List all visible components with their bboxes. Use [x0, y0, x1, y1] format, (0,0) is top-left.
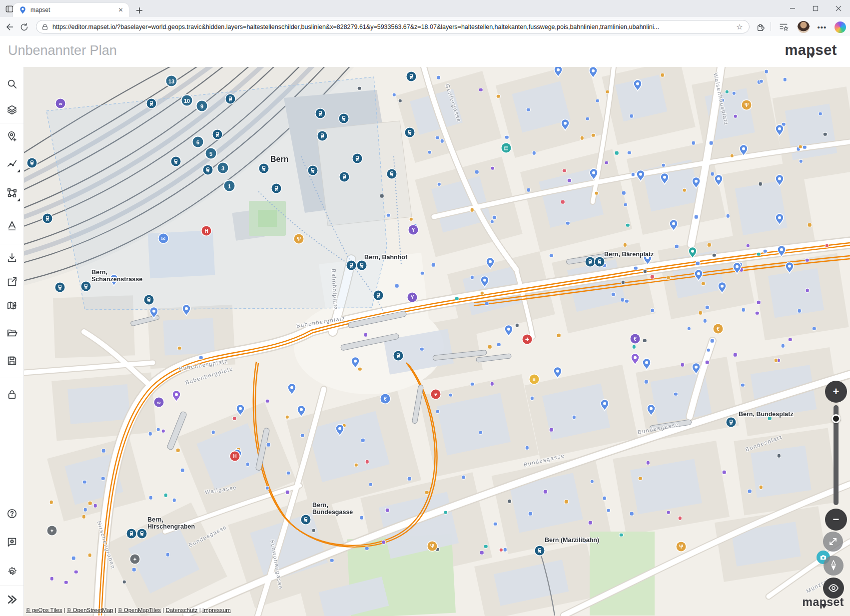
poi-pin[interactable]	[632, 79, 643, 92]
poi-pin[interactable]	[552, 366, 563, 379]
new-tab-button[interactable]	[134, 5, 145, 16]
transit-stop-icon[interactable]	[727, 418, 736, 427]
transit-stop-icon[interactable]	[407, 72, 416, 81]
transit-stop-icon[interactable]	[213, 130, 222, 139]
draw-line-tool-button[interactable]	[0, 153, 23, 175]
back-button[interactable]	[3, 21, 15, 33]
poi-badge[interactable]: Ψ	[294, 234, 304, 244]
layers-tool-button[interactable]	[0, 99, 23, 121]
poi-pin[interactable]	[691, 176, 702, 189]
poi-badge[interactable]: €	[714, 324, 723, 334]
poi-pin[interactable]	[717, 281, 728, 294]
attribution-link-openmaptiles[interactable]: © OpenMapTiles	[118, 607, 161, 613]
poi-pin[interactable]	[334, 424, 345, 437]
transit-stop-icon[interactable]	[340, 172, 349, 182]
station-label[interactable]: Bern, Bundesplatz	[739, 411, 794, 418]
poi-pin[interactable]	[774, 124, 785, 137]
station-label[interactable]: Bern (Marzilibahn)	[545, 537, 599, 544]
poi-pin[interactable]	[732, 262, 743, 275]
maximize-button[interactable]	[804, 0, 827, 17]
transit-stop-icon[interactable]	[353, 154, 362, 163]
poi-badge[interactable]: Ψ	[742, 100, 752, 110]
transit-stop-icon[interactable]	[259, 164, 269, 173]
poi-pin[interactable]	[668, 219, 679, 232]
attribution-link-osm[interactable]: © OpenStreetMap	[67, 607, 113, 613]
fit-extent-button[interactable]	[823, 532, 843, 552]
transit-stop-icon[interactable]	[394, 351, 403, 361]
poi-badge[interactable]: Ψ	[677, 542, 686, 552]
zoom-slider-knob[interactable]	[832, 414, 841, 423]
poi-pin[interactable]	[560, 118, 571, 131]
poi-pin[interactable]	[235, 404, 246, 417]
poi-pin[interactable]	[776, 245, 787, 258]
poi-pin[interactable]	[485, 257, 496, 270]
transit-stop-icon[interactable]	[357, 261, 367, 270]
minimize-button[interactable]	[781, 0, 804, 17]
poi-pin[interactable]	[713, 174, 724, 187]
transit-stop-icon[interactable]	[301, 515, 311, 525]
poi-pin[interactable]	[503, 324, 514, 337]
compass-button[interactable]	[824, 556, 844, 576]
stop-number-badge[interactable]: 3	[218, 163, 228, 173]
search-tool-button[interactable]	[0, 73, 23, 95]
poi-pin[interactable]	[350, 356, 361, 369]
plan-title-input[interactable]: Unbenannter Plan	[8, 43, 117, 58]
transit-stop-icon[interactable]	[339, 114, 349, 123]
download-button[interactable]	[0, 247, 23, 269]
poi-badge[interactable]: Y	[408, 293, 417, 302]
station-label[interactable]: Bern, Bärenplatz	[604, 251, 654, 258]
poi-badge[interactable]: H	[230, 452, 240, 461]
stop-number-badge[interactable]: 10	[182, 95, 192, 106]
zoom-in-button[interactable]: +	[825, 381, 847, 403]
poi-pin[interactable]	[738, 144, 749, 157]
transit-stop-icon[interactable]	[405, 128, 415, 137]
stop-number-badge[interactable]: 13	[166, 76, 177, 86]
share-export-button[interactable]	[0, 271, 23, 293]
transit-stop-icon[interactable]	[147, 99, 156, 108]
poi-pin[interactable]	[630, 353, 641, 366]
transit-stop-icon[interactable]	[586, 257, 595, 267]
add-text-tool-button[interactable]	[0, 215, 23, 237]
favorites-bar-icon[interactable]	[778, 21, 790, 33]
poi-badge[interactable]: ♥	[431, 390, 441, 399]
poi-badge[interactable]: €	[381, 394, 390, 404]
settings-button[interactable]	[0, 561, 23, 583]
stop-number-badge[interactable]: 6	[193, 137, 203, 147]
transit-stop-icon[interactable]	[272, 184, 281, 193]
new-plan-map-button[interactable]	[0, 295, 23, 317]
transit-stop-icon[interactable]	[347, 261, 356, 270]
attribution-link-geops[interactable]: © geOps Tiles	[26, 607, 62, 613]
zoom-out-button[interactable]: −	[825, 509, 847, 531]
lock-button[interactable]	[0, 384, 23, 406]
poi-pin[interactable]	[646, 404, 657, 417]
poi-pin[interactable]	[148, 306, 159, 319]
poi-pin[interactable]	[181, 304, 192, 317]
transit-stop-icon[interactable]	[171, 157, 181, 166]
poi-pin[interactable]	[784, 261, 795, 274]
transit-stop-icon[interactable]	[316, 109, 325, 118]
zoom-slider[interactable]	[834, 405, 839, 505]
transit-stop-icon[interactable]	[226, 94, 235, 104]
refresh-button[interactable]	[18, 21, 30, 33]
stop-number-badge[interactable]: 9	[197, 101, 207, 111]
add-pin-tool-button[interactable]	[0, 125, 23, 147]
transit-stop-icon[interactable]	[55, 283, 65, 292]
transit-stop-icon[interactable]	[144, 295, 154, 305]
transit-stop-icon[interactable]	[387, 169, 397, 179]
poi-pin[interactable]	[641, 358, 652, 371]
feedback-bug-button[interactable]	[0, 531, 23, 553]
close-button[interactable]	[827, 0, 850, 17]
poi-pin[interactable]	[774, 174, 785, 187]
poi-badge[interactable]: Y	[409, 225, 418, 235]
poi-badge[interactable]: ✦	[47, 526, 57, 536]
extensions-icon[interactable]	[755, 21, 767, 33]
poi-badge[interactable]: H	[202, 226, 211, 236]
poi-badge[interactable]: ▤	[502, 143, 511, 153]
poi-pin[interactable]	[171, 390, 182, 403]
stop-number-badge[interactable]: 5	[206, 148, 216, 159]
station-label[interactable]: Bern,Bundesgasse	[312, 502, 353, 516]
poi-badge[interactable]: ∞	[154, 398, 164, 407]
url-text[interactable]: https://editor.mapset.io/?baselayer=worl…	[52, 23, 731, 30]
map-canvas[interactable]: GenfergasseWaisenhausplatzBahnhofplatzBu…	[24, 67, 850, 616]
poi-pin[interactable]	[693, 269, 704, 282]
